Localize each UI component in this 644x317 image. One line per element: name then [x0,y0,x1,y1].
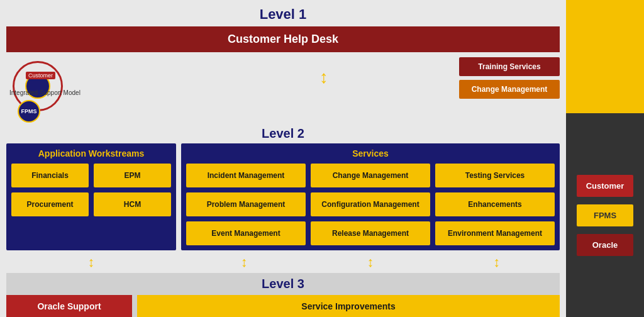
arrow-left: ↕ [6,254,176,270]
arrow-right-2-icon: ↕ [367,254,374,270]
change-management-btn[interactable]: Change Management [459,80,560,99]
right-fpms-badge[interactable]: FPMS [577,204,633,226]
service-problem[interactable]: Problem Management [186,192,306,216]
fpms-circle: FPMS [18,100,40,123]
helpdesk-label: Customer Help Desk [228,33,338,45]
arrow-left-icon: ↕ [88,254,95,270]
vertical-arrow-center: ↕ [319,67,328,87]
right-panel-dark: Customer FPMS Oracle [566,113,644,317]
services-grid: Incident Management Change Management Te… [186,164,555,245]
level3-title: Level 3 [6,277,560,291]
workstreams-title: Application Workstreams [11,148,171,158]
workstream-financials[interactable]: Financials [11,164,89,187]
service-event[interactable]: Event Management [186,221,306,245]
service-change[interactable]: Change Management [311,164,430,187]
services-title: Services [186,148,555,158]
arrow-right-1-icon: ↕ [241,254,248,270]
service-configuration[interactable]: Configuration Management [311,192,430,216]
arrow-row: ↕ ↕ ↕ ↕ [6,254,560,270]
right-customer-badge[interactable]: Customer [577,175,633,197]
level3-section: Level 3 Oracle Support Service Improveme… [6,273,560,317]
right-panel: Customer FPMS Oracle [566,0,644,317]
helpdesk-bar: Customer Help Desk [6,26,560,52]
arrow-right-3-icon: ↕ [493,254,500,270]
content-area: Application Workstreams Financials EPM P… [6,143,560,250]
services-box: Services Incident Management Change Mana… [181,143,560,250]
top-section: Customer Integrated Support Model FPMS ↕… [6,55,560,124]
service-release[interactable]: Release Management [311,221,430,245]
service-environment[interactable]: Environment Management [435,221,555,245]
level2-title: Level 2 [6,126,560,141]
workstream-hcm[interactable]: HCM [94,192,171,216]
arrow-right: ↕ ↕ ↕ [181,254,560,270]
level1-title: Level 1 [6,6,560,23]
workstreams-box: Application Workstreams Financials EPM P… [6,143,176,250]
right-oracle-badge[interactable]: Oracle [577,234,633,256]
service-enhancements[interactable]: Enhancements [435,192,555,216]
right-panel-yellow [566,0,644,113]
top-right-services: Training Services Change Management [459,57,560,99]
level3-bars: Oracle Support Service Improvements [6,295,560,317]
service-improvements-bar: Service Improvements [137,295,560,317]
customer-circle-label: Customer [26,72,55,79]
workstream-procurement[interactable]: Procurement [11,192,89,216]
workstream-epm[interactable]: EPM [94,164,171,187]
integrated-label: Integrated Support Model [9,89,80,96]
main-container: Level 1 Customer Help Desk Customer Inte… [0,0,566,317]
service-incident[interactable]: Incident Management [186,164,306,187]
workstreams-grid: Financials EPM Procurement HCM [11,164,171,216]
service-testing[interactable]: Testing Services [435,164,555,187]
training-services-btn[interactable]: Training Services [459,57,560,76]
oracle-support-bar: Oracle Support [6,295,132,317]
